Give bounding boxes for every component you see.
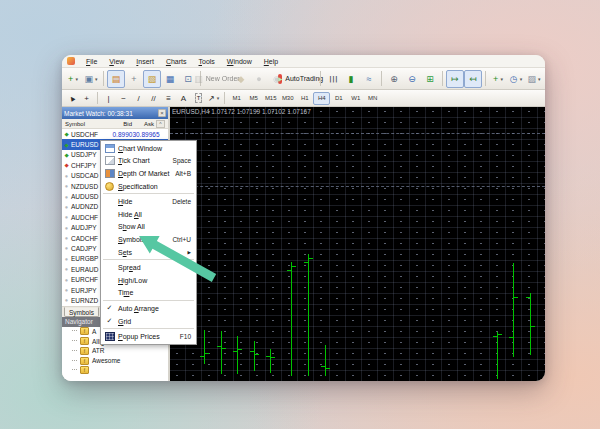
timeframe-h4[interactable]: H4: [313, 92, 330, 105]
menu-item-popup-prices[interactable]: Popup PricesF10: [101, 330, 196, 343]
text-label-button[interactable]: T: [191, 91, 206, 105]
bar-chart-button[interactable]: ☰: [324, 70, 342, 88]
text-button[interactable]: A: [176, 91, 191, 105]
menu-item-show-all[interactable]: Show All: [101, 221, 196, 234]
horizontal-line-icon: −: [121, 94, 126, 103]
menu-item-shortcut: Space: [173, 157, 191, 164]
menu-item-hide-all[interactable]: Hide All: [101, 208, 196, 221]
menu-item-chart-window[interactable]: Chart Window: [101, 142, 196, 155]
channel-button[interactable]: //: [146, 91, 161, 105]
menu-item-spread[interactable]: Spread: [101, 261, 196, 274]
chart-area[interactable]: EURUSD,H4 1.07172 1.07199 1.07102 1.0716…: [170, 107, 545, 381]
candle-close-tick: [531, 326, 535, 327]
indicators-button[interactable]: +▾: [489, 70, 507, 88]
templates-button[interactable]: ▨▾: [525, 70, 543, 88]
timeframe-m1[interactable]: M1: [228, 92, 245, 105]
fibonacci-button[interactable]: ≡: [161, 91, 176, 105]
market-watch-row-usdchf[interactable]: ◆USDCHF0.899030.89965: [62, 129, 168, 139]
menu-window[interactable]: Window: [221, 58, 258, 65]
navigator-icon: ▧: [148, 74, 157, 84]
toolbar-separator: [485, 71, 486, 86]
menu-view[interactable]: View: [103, 58, 130, 65]
menu-separator: [103, 300, 194, 301]
menu-item-depth-of-market[interactable]: Depth Of MarketAlt+B: [101, 167, 196, 180]
chevron-down-icon: ▾: [520, 76, 523, 82]
zoom-in-button[interactable]: ⊕: [385, 70, 403, 88]
menu-item-label: Hide All: [118, 211, 142, 218]
arrows-button[interactable]: ↗▾: [206, 91, 221, 105]
close-icon[interactable]: ×: [158, 109, 166, 117]
menu-item-specification[interactable]: Specification: [101, 180, 196, 193]
navigator-item-awesome[interactable]: fAwesome: [62, 356, 168, 366]
profiles-button[interactable]: ▣▾: [82, 70, 100, 88]
timeframe-w1[interactable]: W1: [347, 92, 364, 105]
menu-item-auto-arrange[interactable]: ✓Auto Arrange: [101, 302, 196, 315]
toolbar-separator: [442, 71, 443, 86]
candle-close-tick: [326, 368, 330, 369]
menu-bar: FileViewInsertChartsToolsWindowHelp: [62, 55, 545, 68]
timeframe-h1[interactable]: H1: [296, 92, 313, 105]
cursor-button[interactable]: ▲: [64, 91, 79, 105]
timeframe-m15[interactable]: M15: [262, 92, 279, 105]
terminal-button[interactable]: ▦: [161, 70, 179, 88]
crosshair-button[interactable]: +: [79, 91, 94, 105]
community-button[interactable]: ●: [250, 70, 268, 88]
menu-item-high-low[interactable]: High/Low: [101, 274, 196, 287]
scroll-up-icon[interactable]: ^: [156, 120, 165, 128]
trend-line-button[interactable]: /: [131, 91, 146, 105]
menu-item-tick-chart[interactable]: Tick ChartSpace: [101, 155, 196, 168]
new-order-button[interactable]: ▥New Order: [204, 70, 232, 88]
menu-charts[interactable]: Charts: [160, 58, 193, 65]
menu-insert[interactable]: Insert: [130, 58, 160, 65]
navigator-item-label: Awesome: [92, 357, 120, 364]
timeframe-d1[interactable]: D1: [330, 92, 347, 105]
zoom-out-button[interactable]: ⊖: [403, 70, 421, 88]
menu-item-icon-well: ✓: [101, 317, 118, 325]
navigator-item-atr[interactable]: fATR: [62, 346, 168, 356]
timeframe-m30[interactable]: M30: [279, 92, 296, 105]
chart-shift-button[interactable]: ↤: [464, 70, 482, 88]
timeframe-m5[interactable]: M5: [245, 92, 262, 105]
menu-file[interactable]: File: [80, 58, 103, 65]
checkmark-icon: ✓: [107, 304, 113, 312]
menu-item-label: Popup Prices: [118, 333, 160, 340]
menu-tools[interactable]: Tools: [193, 58, 221, 65]
candlestick-chart-button[interactable]: ▮: [342, 70, 360, 88]
timeframe-mn[interactable]: MN: [364, 92, 381, 105]
line-chart-button[interactable]: ≈: [360, 70, 378, 88]
horizontal-line-button[interactable]: −: [116, 91, 131, 105]
periods-button[interactable]: ◷▾: [507, 70, 525, 88]
data-window-button[interactable]: +: [125, 70, 143, 88]
menu-item-label: High/Low: [118, 277, 147, 284]
candle-bar: [530, 293, 531, 355]
menu-item-symbols[interactable]: SymbolsCtrl+U: [101, 233, 196, 246]
autotrading-button[interactable]: ▶AutoTrading: [286, 70, 317, 88]
menu-item-grid[interactable]: ✓Grid: [101, 315, 196, 328]
toolbar-drawing: ▲+|−///≡AT↗▾ M1M5M15M30H1H4D1W1MN: [62, 90, 545, 107]
menu-item-time[interactable]: Time: [101, 287, 196, 300]
navigator-button[interactable]: ▧: [143, 70, 161, 88]
menu-help[interactable]: Help: [258, 58, 284, 65]
metaeditor-button[interactable]: ◆: [232, 70, 250, 88]
auto-scroll-button[interactable]: ↦: [446, 70, 464, 88]
market-watch-button[interactable]: ▤: [107, 70, 125, 88]
menu-item-shortcut: Delete: [172, 198, 191, 205]
chart-window-icon: [105, 144, 115, 153]
menu-item-label: Tick Chart: [118, 157, 150, 164]
navigator-item[interactable]: f: [62, 365, 168, 375]
candle-bar: [204, 330, 205, 364]
mql5-website-button[interactable]: ◉: [268, 70, 286, 88]
candle-open-tick: [233, 351, 237, 352]
menu-item-hide[interactable]: HideDelete: [101, 195, 196, 208]
candle-open-tick: [304, 262, 308, 263]
candle-open-tick: [526, 297, 530, 298]
menu-item-shortcut: F10: [180, 333, 191, 340]
tab-symbols[interactable]: Symbols: [64, 307, 99, 317]
new-chart-button[interactable]: +▾: [64, 70, 82, 88]
symbol-state-icon: ●: [62, 266, 71, 272]
tile-windows-button[interactable]: ⊞: [421, 70, 439, 88]
vertical-line-button[interactable]: |: [101, 91, 116, 105]
candle-close-tick: [498, 334, 502, 335]
menu-separator: [103, 193, 194, 194]
menu-item-sets[interactable]: Sets▶: [101, 246, 196, 259]
